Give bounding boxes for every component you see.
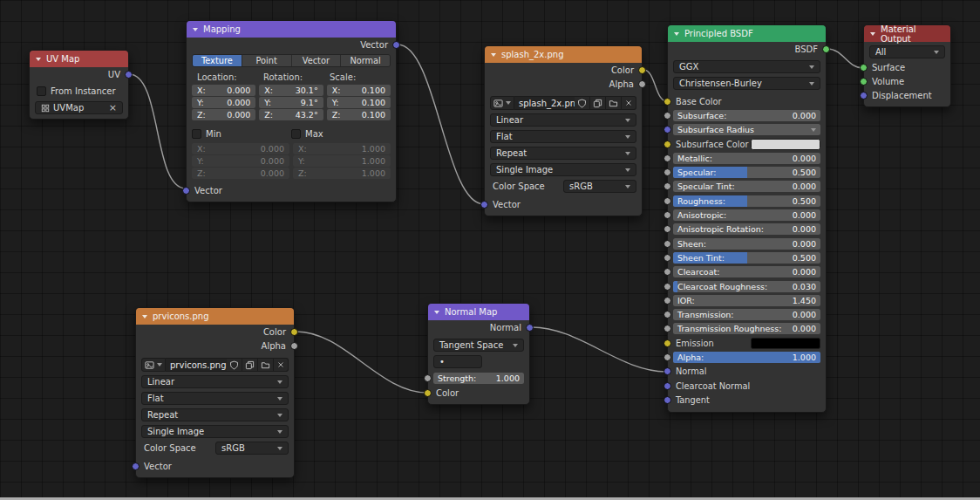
node-header[interactable]: Material Output	[864, 25, 950, 42]
field-ior[interactable]: IOR:1.450	[673, 295, 820, 306]
color-input-socket[interactable]	[424, 389, 432, 397]
type-button-normal[interactable]: Normal	[341, 55, 390, 66]
volume-input-socket[interactable]	[860, 78, 868, 86]
bsdf-output-socket[interactable]	[822, 45, 830, 53]
node-mapping[interactable]: Mapping Vector Texture Point Vector Norm…	[186, 20, 397, 202]
vector-output-socket[interactable]	[392, 41, 400, 49]
slider-roughness[interactable]: Roughness:0.500	[673, 195, 820, 207]
image-browse-button[interactable]	[490, 96, 514, 110]
color-output-socket[interactable]	[290, 328, 298, 336]
input-socket[interactable]	[664, 283, 671, 291]
input-socket[interactable]	[664, 396, 671, 404]
from-instancer-checkbox[interactable]	[37, 86, 46, 96]
slider-transmission-roughness[interactable]: Transmission Roughness:0.000	[673, 323, 820, 334]
input-socket[interactable]	[664, 311, 671, 318]
clear-uvmap-button[interactable]: ×	[109, 103, 117, 113]
location-z-field[interactable]: Z:0.000	[192, 109, 255, 120]
slider-subsurface[interactable]: Subsurface:0.000	[673, 110, 820, 121]
strength-slider[interactable]: Strength: 1.000	[433, 373, 524, 384]
node-image-texture-prvicons[interactable]: prvicons.png Color Alpha prvicons.png Li…	[135, 307, 295, 478]
projection-select[interactable]: Flat	[490, 130, 636, 143]
color-space-select[interactable]: sRGB	[563, 180, 636, 193]
node-material-output[interactable]: Material Output All Surface Volume Displ…	[863, 24, 951, 107]
slider-sheen[interactable]: Sheen:0.000	[673, 238, 820, 250]
slider-metallic[interactable]: Metallic:0.000	[673, 153, 820, 164]
collapse-triangle-icon[interactable]	[142, 315, 147, 318]
slider-sheen-tint[interactable]: Sheen Tint:0.500	[673, 252, 820, 264]
node-uv-map[interactable]: UV Map UV From Instancer UVMap ×	[29, 50, 129, 120]
slider-clearcoat[interactable]: Clearcoat:0.000	[673, 266, 820, 277]
node-header[interactable]: Normal Map	[428, 304, 529, 320]
subsurface-method-select[interactable]: Christensen-Burley	[673, 77, 820, 90]
max-x-field[interactable]: X:1.000	[293, 143, 391, 154]
node-header[interactable]: splash_2x.png	[485, 46, 642, 63]
node-header[interactable]: UV Map	[30, 51, 128, 67]
emission-color-swatch[interactable]	[751, 338, 821, 349]
source-select[interactable]: Single Image	[141, 425, 289, 438]
new-image-button[interactable]	[242, 358, 258, 372]
input-socket[interactable]	[664, 140, 671, 148]
surface-input-socket[interactable]	[860, 64, 868, 72]
uv-map-select[interactable]: •	[433, 355, 482, 368]
subsurface-color-swatch[interactable]	[751, 139, 821, 150]
open-image-button[interactable]	[606, 96, 622, 110]
unlink-image-button[interactable]	[622, 96, 636, 110]
scale-z-field[interactable]: Z:0.100	[327, 109, 391, 120]
fake-user-button[interactable]	[575, 96, 590, 110]
input-socket[interactable]	[664, 353, 671, 361]
type-button-texture[interactable]: Texture	[193, 55, 242, 66]
input-socket[interactable]	[664, 225, 671, 233]
scale-y-field[interactable]: Y:0.100	[327, 97, 391, 108]
unlink-image-button[interactable]	[274, 358, 289, 372]
min-checkbox[interactable]	[192, 129, 201, 139]
max-y-field[interactable]: Y:1.000	[293, 155, 391, 167]
type-button-point[interactable]: Point	[242, 55, 292, 66]
collapse-triangle-icon[interactable]	[36, 58, 41, 61]
base-color-socket[interactable]	[664, 98, 671, 106]
min-z-field[interactable]: Z:0.000	[192, 168, 289, 179]
space-select[interactable]: Tangent Space	[433, 339, 524, 352]
type-button-vector[interactable]: Vector	[292, 55, 342, 66]
subsurface-radius-field[interactable]: Subsurface Radius	[673, 124, 820, 135]
node-image-texture-splash[interactable]: splash_2x.png Color Alpha splash_2x.png …	[484, 45, 643, 216]
normal-output-socket[interactable]	[526, 324, 534, 332]
displacement-input-socket[interactable]	[860, 92, 868, 99]
collapse-triangle-icon[interactable]	[491, 53, 496, 57]
image-name-field[interactable]: splash_2x.png	[514, 96, 575, 110]
interpolation-select[interactable]: Linear	[490, 113, 636, 127]
vector-input-socket[interactable]	[182, 187, 190, 195]
alpha-output-socket[interactable]	[290, 342, 298, 350]
slider-anisotropic[interactable]: Anisotropic:0.000	[673, 209, 820, 221]
image-name-field[interactable]: prvicons.png	[166, 358, 227, 372]
collapse-triangle-icon[interactable]	[434, 311, 439, 314]
color-output-socket[interactable]	[638, 66, 646, 74]
input-socket[interactable]	[664, 126, 671, 134]
source-select[interactable]: Single Image	[490, 163, 636, 176]
node-header[interactable]: Principled BSDF	[668, 25, 826, 42]
slider-specular-tint[interactable]: Specular Tint:0.000	[673, 181, 820, 192]
uv-output-socket[interactable]	[125, 71, 133, 79]
input-socket[interactable]	[664, 240, 671, 248]
input-socket[interactable]	[664, 211, 671, 219]
collapse-triangle-icon[interactable]	[674, 32, 679, 36]
alpha-output-socket[interactable]	[638, 80, 646, 88]
input-socket[interactable]	[664, 268, 671, 276]
node-normal-map[interactable]: Normal Map Normal Tangent Space • Streng…	[427, 303, 530, 405]
vector-input-socket[interactable]	[480, 201, 488, 209]
extension-select[interactable]: Repeat	[490, 147, 636, 160]
location-x-field[interactable]: X:0.000	[192, 85, 255, 96]
input-socket[interactable]	[664, 154, 671, 162]
input-socket[interactable]	[664, 197, 671, 205]
collapse-triangle-icon[interactable]	[870, 32, 875, 36]
slider-alpha[interactable]: Alpha:1.000	[673, 352, 820, 363]
projection-select[interactable]: Flat	[141, 392, 289, 405]
collapse-triangle-icon[interactable]	[193, 28, 198, 31]
uv-map-select[interactable]: UVMap ×	[35, 101, 123, 114]
rotation-y-field[interactable]: Y:9.1°	[259, 97, 323, 108]
normal-input-socket[interactable]	[664, 367, 671, 375]
location-y-field[interactable]: Y:0.000	[192, 97, 255, 108]
image-browse-button[interactable]	[141, 358, 166, 372]
extension-select[interactable]: Repeat	[141, 408, 289, 421]
interpolation-select[interactable]: Linear	[141, 375, 289, 388]
max-checkbox[interactable]	[291, 129, 301, 139]
